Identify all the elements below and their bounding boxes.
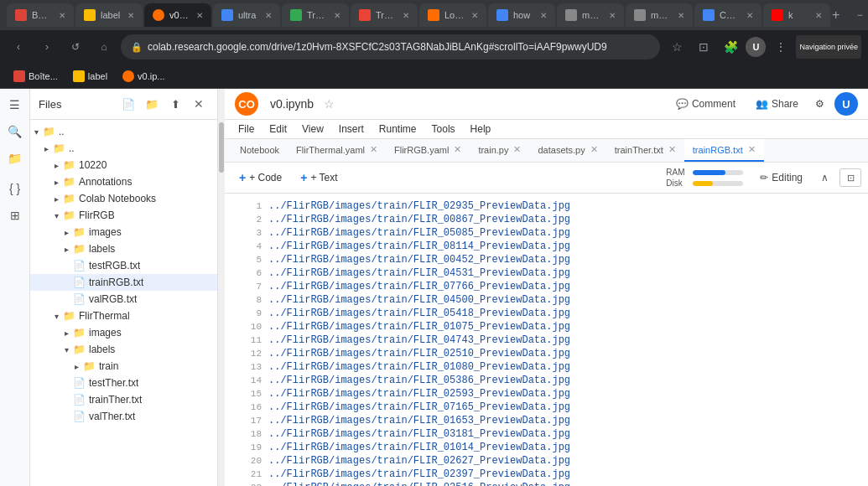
file-tree-item[interactable]: ▸ 📄 valTher.txt: [30, 408, 217, 425]
tab-label[interactable]: label ✕: [75, 3, 143, 27]
file-tree-item[interactable]: ▾ 📁 FlirThermal: [30, 308, 217, 324]
tab-close-btn[interactable]: ✕: [746, 11, 753, 20]
minimize-button[interactable]: −: [850, 5, 868, 25]
tab-close-active-btn[interactable]: ✕: [196, 11, 203, 20]
file-tree-item[interactable]: ▸ 📁 images: [30, 224, 217, 240]
extra-panel-icon[interactable]: ⊞: [3, 203, 28, 228]
forward-button[interactable]: ›: [35, 35, 59, 59]
tab-mach1[interactable]: mach ✕: [557, 3, 624, 27]
screen-share-icon[interactable]: ⊡: [692, 35, 715, 59]
user-avatar[interactable]: U: [834, 92, 858, 116]
menu-help[interactable]: Help: [464, 120, 498, 138]
notebook-tab-datasetspy[interactable]: datasets.py✕: [529, 139, 606, 162]
notebook-tab-flirthermal[interactable]: FlirThermal.yaml✕: [288, 139, 386, 162]
menu-view[interactable]: View: [295, 120, 330, 138]
file-tree-item[interactable]: ▸ 📁 train: [30, 358, 217, 375]
tab-load[interactable]: Load ✕: [419, 3, 486, 27]
menu-edit[interactable]: Edit: [262, 120, 294, 138]
sidebar-toggle-icon[interactable]: ☰: [3, 92, 28, 117]
menu-file[interactable]: File: [231, 120, 261, 138]
share-button[interactable]: 👥 Share: [749, 95, 805, 113]
menu-tools[interactable]: Tools: [425, 120, 462, 138]
notebook-tab-flirrgb[interactable]: FlirRGB.yaml✕: [386, 139, 470, 162]
extensions-icon[interactable]: 🧩: [719, 35, 742, 59]
tab-close-icon[interactable]: ✕: [590, 144, 598, 155]
profile-avatar-icon[interactable]: U: [746, 37, 766, 57]
file-tree-item[interactable]: ▸ 📁 images: [30, 324, 217, 341]
tab-close-btn[interactable]: ✕: [59, 11, 65, 20]
browser-menu-icon[interactable]: ⋮: [769, 35, 793, 59]
new-folder-button[interactable]: 📁: [142, 94, 162, 114]
address-bar[interactable]: 🔒 colab.research.google.com/drive/1z0Hvm…: [121, 34, 660, 59]
file-tree-item[interactable]: ▸ 📁 Annotations: [30, 173, 217, 190]
upload-button[interactable]: ⬆: [165, 94, 185, 114]
home-button[interactable]: ⌂: [92, 35, 116, 59]
tab-close-btn[interactable]: ✕: [403, 11, 409, 20]
add-code-button[interactable]: + + Code: [231, 167, 289, 189]
file-tree-item[interactable]: ▸ 📄 trainRGB.txt: [30, 274, 217, 291]
file-tree-item[interactable]: ▸ 📄 testTher.txt: [30, 375, 217, 391]
file-tree-item[interactable]: ▸ 📁 10220: [30, 157, 217, 173]
notebook-tab-notebook[interactable]: Notebook: [231, 140, 288, 162]
tab-close-btn[interactable]: ✕: [678, 11, 684, 20]
tab-how[interactable]: how ✕: [488, 3, 555, 27]
search-panel-icon[interactable]: 🔍: [3, 119, 28, 144]
tab-train1[interactable]: Train ✕: [282, 3, 349, 27]
notebook-tab-trainrgb[interactable]: trainRGB.txt✕: [684, 139, 764, 162]
star-button[interactable]: ☆: [324, 97, 335, 111]
tab-train2[interactable]: Train ✕: [351, 3, 418, 27]
tab-close-btn[interactable]: ✕: [471, 11, 478, 20]
file-tree-item[interactable]: ▸ 📄 testRGB.txt: [30, 257, 217, 274]
tab-close-btn[interactable]: ✕: [334, 11, 340, 20]
settings-button[interactable]: ⚙: [812, 95, 828, 113]
file-tree-item[interactable]: ▸ 📁 Colab Notebooks: [30, 190, 217, 207]
bookmark-star-icon[interactable]: ☆: [665, 35, 689, 59]
comment-button[interactable]: 💬 Comment: [669, 95, 742, 113]
bookmark-v0[interactable]: v0.ip...: [116, 67, 171, 85]
notebook-tab-trainther[interactable]: trainTher.txt✕: [606, 139, 684, 162]
tab-close-btn[interactable]: ✕: [815, 11, 822, 20]
tab-k[interactable]: k ✕: [763, 3, 830, 27]
tab-mach2[interactable]: mach ✕: [626, 3, 693, 27]
tab-close-icon[interactable]: ✕: [513, 144, 521, 155]
tab-close-btn[interactable]: ✕: [265, 11, 272, 20]
file-tree-item[interactable]: ▸ 📁 labels: [30, 240, 217, 257]
code-panel-icon[interactable]: { }: [3, 176, 28, 201]
file-tree-item[interactable]: ▾ 📁 ..: [30, 123, 217, 140]
tab-close-icon[interactable]: ✕: [748, 144, 756, 155]
expand-button[interactable]: ∧: [813, 166, 836, 189]
bookmark-label[interactable]: label: [66, 67, 114, 85]
file-tree-item[interactable]: ▸ 📄 trainTher.txt: [30, 391, 217, 408]
tab-close-btn[interactable]: ✕: [609, 11, 616, 20]
new-file-button[interactable]: 📄: [118, 94, 138, 114]
tab-v0ipynb[interactable]: v0.ip... ✕: [144, 3, 211, 27]
refresh-button[interactable]: ↺: [64, 35, 87, 59]
file-tree-item[interactable]: ▾ 📁 FlirRGB: [30, 207, 217, 224]
tab-ultra[interactable]: ultra ✕: [213, 3, 280, 27]
close-panel-button[interactable]: ✕: [189, 94, 209, 114]
tab-close-icon[interactable]: ✕: [370, 144, 377, 155]
tab-close-icon[interactable]: ✕: [454, 144, 461, 155]
code-view-button[interactable]: ⊡: [839, 168, 861, 187]
files-panel-icon[interactable]: 📁: [3, 146, 28, 171]
file-tree-item[interactable]: ▸ 📄 valRGB.txt: [30, 291, 217, 308]
sidebar-scrollbar[interactable]: [218, 89, 225, 486]
ram-disk-widget[interactable]: RAM Disk: [659, 166, 750, 189]
tab-cust[interactable]: CUST ✕: [694, 3, 761, 27]
notebook-name[interactable]: v0.ipynb: [270, 97, 314, 111]
menu-runtime[interactable]: Runtime: [372, 120, 424, 138]
add-text-button[interactable]: + + Text: [293, 167, 345, 189]
bookmark-boite[interactable]: Boîte...: [7, 67, 65, 85]
tab-boite[interactable]: Boîte ✕: [7, 3, 74, 27]
new-tab-button[interactable]: +: [832, 3, 839, 27]
tab-close-btn[interactable]: ✕: [540, 11, 547, 20]
editing-badge[interactable]: ✏ Editing: [753, 168, 809, 187]
file-tree-item[interactable]: ▸ 📁 ..: [30, 140, 217, 157]
notebook-tab-trainpy[interactable]: train.py✕: [470, 139, 529, 162]
tab-close-btn[interactable]: ✕: [127, 11, 134, 20]
sidebar-scroll-thumb[interactable]: [219, 122, 224, 173]
menu-insert[interactable]: Insert: [332, 120, 371, 138]
back-button[interactable]: ‹: [7, 35, 30, 59]
file-tree-item[interactable]: ▾ 📁 labels: [30, 341, 217, 358]
tab-close-icon[interactable]: ✕: [668, 144, 676, 155]
